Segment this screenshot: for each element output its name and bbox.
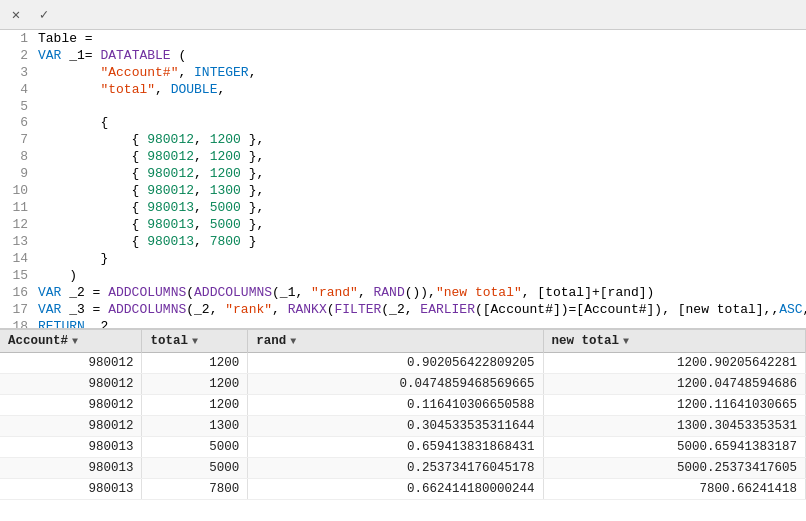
- cell-total: 5000: [142, 458, 248, 479]
- line-number: 8: [0, 148, 38, 165]
- line-number: 17: [0, 301, 38, 318]
- line-number: 12: [0, 216, 38, 233]
- col-header-newtotal: new total ▼: [543, 330, 805, 353]
- cell-rand: 0.253734176045178: [248, 458, 543, 479]
- cell-rand: 0.662414180000244: [248, 479, 543, 500]
- col-label-rand: rand: [256, 334, 286, 348]
- line-content[interactable]: Table =: [38, 30, 806, 47]
- line-content[interactable]: { 980012, 1200 },: [38, 148, 806, 165]
- cell-total: 1300: [142, 416, 248, 437]
- line-number: 18: [0, 318, 38, 330]
- cell-newtotal: 5000.25373417605: [543, 458, 805, 479]
- line-content[interactable]: RETURN _2: [38, 318, 806, 330]
- line-number: 6: [0, 114, 38, 131]
- table-row: 98001212000.04748594685696651200.0474859…: [0, 374, 806, 395]
- line-content[interactable]: VAR _1= DATATABLE (: [38, 47, 806, 64]
- table-row: 98001212000.9020564228092051200.90205642…: [0, 353, 806, 374]
- line-content[interactable]: [38, 98, 806, 114]
- data-table-area: Account# ▼ total ▼ rand ▼: [0, 330, 806, 521]
- line-number: 16: [0, 284, 38, 301]
- line-content[interactable]: { 980012, 1200 },: [38, 165, 806, 182]
- code-line: 17VAR _3 = ADDCOLUMNS(_2, "rank", RANKX(…: [0, 301, 806, 318]
- line-number: 10: [0, 182, 38, 199]
- cell-account: 980013: [0, 437, 142, 458]
- cell-rand: 0.902056422809205: [248, 353, 543, 374]
- cell-rand: 0.659413831868431: [248, 437, 543, 458]
- cell-newtotal: 1200.11641030665: [543, 395, 805, 416]
- cell-account: 980012: [0, 374, 142, 395]
- code-line: 16VAR _2 = ADDCOLUMNS(ADDCOLUMNS(_1, "ra…: [0, 284, 806, 301]
- line-content[interactable]: "total", DOUBLE,: [38, 81, 806, 98]
- col-header-rand: rand ▼: [248, 330, 543, 353]
- cell-total: 7800: [142, 479, 248, 500]
- cell-total: 1200: [142, 395, 248, 416]
- line-content[interactable]: { 980013, 5000 },: [38, 199, 806, 216]
- cell-newtotal: 5000.65941383187: [543, 437, 805, 458]
- code-line: 4 "total", DOUBLE,: [0, 81, 806, 98]
- col-header-account: Account# ▼: [0, 330, 142, 353]
- cell-rand: 0.0474859468569665: [248, 374, 543, 395]
- line-number: 3: [0, 64, 38, 81]
- code-line: 15 ): [0, 267, 806, 284]
- code-lines: 1Table =2VAR _1= DATATABLE (3 "Account#"…: [0, 30, 806, 330]
- col-label-total: total: [150, 334, 188, 348]
- cell-account: 980012: [0, 395, 142, 416]
- cell-newtotal: 1200.04748594686: [543, 374, 805, 395]
- line-number: 15: [0, 267, 38, 284]
- table-row: 98001213000.3045335353116441300.30453353…: [0, 416, 806, 437]
- line-number: 7: [0, 131, 38, 148]
- col-label-account: Account#: [8, 334, 68, 348]
- line-content[interactable]: { 980013, 5000 },: [38, 216, 806, 233]
- code-line: 14 }: [0, 250, 806, 267]
- line-number: 2: [0, 47, 38, 64]
- filter-icon-rand[interactable]: ▼: [290, 336, 296, 347]
- line-content[interactable]: "Account#", INTEGER,: [38, 64, 806, 81]
- code-editor[interactable]: 1Table =2VAR _1= DATATABLE (3 "Account#"…: [0, 30, 806, 330]
- toolbar: ✕ ✓: [0, 0, 806, 30]
- line-number: 14: [0, 250, 38, 267]
- line-content[interactable]: {: [38, 114, 806, 131]
- table-row: 98001378000.6624141800002447800.66241418: [0, 479, 806, 500]
- line-content[interactable]: { 980013, 7800 }: [38, 233, 806, 250]
- code-line: 5: [0, 98, 806, 114]
- col-label-newtotal: new total: [552, 334, 620, 348]
- cell-newtotal: 1200.90205642281: [543, 353, 805, 374]
- code-line: 8 { 980012, 1200 },: [0, 148, 806, 165]
- code-line: 7 { 980012, 1200 },: [0, 131, 806, 148]
- confirm-icon[interactable]: ✓: [34, 6, 54, 23]
- filter-icon-total[interactable]: ▼: [192, 336, 198, 347]
- cell-rand: 0.304533535311644: [248, 416, 543, 437]
- filter-icon-account[interactable]: ▼: [72, 336, 78, 347]
- cell-total: 1200: [142, 353, 248, 374]
- cell-rand: 0.116410306650588: [248, 395, 543, 416]
- cancel-icon[interactable]: ✕: [6, 6, 26, 23]
- line-content[interactable]: VAR _2 = ADDCOLUMNS(ADDCOLUMNS(_1, "rand…: [38, 284, 806, 301]
- cell-account: 980012: [0, 353, 142, 374]
- filter-icon-newtotal[interactable]: ▼: [623, 336, 629, 347]
- cell-total: 1200: [142, 374, 248, 395]
- line-number: 13: [0, 233, 38, 250]
- table-row: 98001350000.2537341760451785000.25373417…: [0, 458, 806, 479]
- cell-newtotal: 7800.66241418: [543, 479, 805, 500]
- line-number: 1: [0, 30, 38, 47]
- code-line: 1Table =: [0, 30, 806, 47]
- cell-account: 980013: [0, 479, 142, 500]
- cell-total: 5000: [142, 437, 248, 458]
- line-number: 9: [0, 165, 38, 182]
- line-content[interactable]: VAR _3 = ADDCOLUMNS(_2, "rank", RANKX(FI…: [38, 301, 806, 318]
- line-content[interactable]: ): [38, 267, 806, 284]
- data-table: Account# ▼ total ▼ rand ▼: [0, 330, 806, 500]
- line-content[interactable]: }: [38, 250, 806, 267]
- code-line: 18RETURN _2: [0, 318, 806, 330]
- code-line: 13 { 980013, 7800 }: [0, 233, 806, 250]
- code-line: 12 { 980013, 5000 },: [0, 216, 806, 233]
- table-row: 98001350000.6594138318684315000.65941383…: [0, 437, 806, 458]
- col-header-total: total ▼: [142, 330, 248, 353]
- line-content[interactable]: { 980012, 1200 },: [38, 131, 806, 148]
- code-line: 11 { 980013, 5000 },: [0, 199, 806, 216]
- line-number: 4: [0, 81, 38, 98]
- line-number: 5: [0, 98, 38, 114]
- line-content[interactable]: { 980012, 1300 },: [38, 182, 806, 199]
- code-line: 3 "Account#", INTEGER,: [0, 64, 806, 81]
- cell-account: 980013: [0, 458, 142, 479]
